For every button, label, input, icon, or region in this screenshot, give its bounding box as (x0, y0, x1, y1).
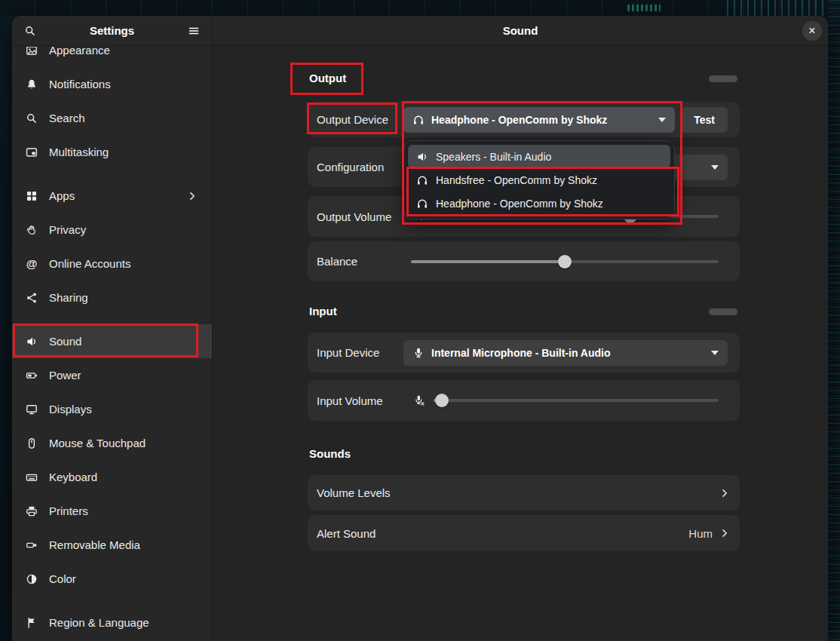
sidebar-item-color[interactable]: Color (12, 562, 212, 596)
speaker-icon (416, 151, 428, 163)
input-device-label: Input Device (317, 346, 379, 359)
sidebar: Settings Appearance Notifications (12, 16, 213, 641)
sidebar-item-sound[interactable]: Sound (12, 324, 212, 358)
desktop-wallpaper-top (0, 0, 840, 16)
alert-sound-value: Hum (688, 527, 713, 540)
chevron-down-icon (711, 351, 719, 355)
sidebar-item-apps[interactable]: Apps (12, 179, 212, 213)
microphone-muted-icon (413, 394, 425, 406)
input-section-heading: Input (309, 304, 337, 319)
input-device-value: Internal Microphone - Built-in Audio (431, 347, 610, 359)
sidebar-item-multitasking[interactable]: Multitasking (12, 135, 212, 169)
page-title: Sound (213, 16, 828, 46)
sidebar-item-region-language[interactable]: Region & Language (12, 606, 212, 639)
input-volume-row: Input Volume (308, 380, 740, 421)
chevron-right-icon (719, 487, 731, 499)
battery-icon (26, 370, 38, 382)
dropdown-item-handsfree[interactable]: Handsfree - OpenComm by Shokz (408, 168, 670, 192)
bell-icon (26, 78, 38, 90)
sidebar-item-power[interactable]: Power (12, 358, 212, 392)
main-headerbar: Sound × (213, 16, 828, 46)
sidebar-item-label: Online Accounts (49, 257, 198, 270)
input-volume-slider[interactable] (434, 399, 719, 402)
sidebar-item-mouse-touchpad[interactable]: Mouse & Touchpad (12, 426, 212, 460)
search-button[interactable] (20, 20, 41, 41)
dropdown-item-label: Handsfree - OpenComm by Shokz (436, 174, 597, 186)
output-device-label: Output Device (317, 113, 388, 126)
hamburger-menu-icon (188, 25, 200, 37)
sounds-section-heading: Sounds (309, 446, 351, 462)
close-button[interactable]: × (802, 21, 822, 41)
sidebar-title: Settings (41, 24, 183, 37)
sidebar-item-label: Displays (49, 403, 198, 416)
dropdown-item-label: Headphone - OpenComm by Shokz (436, 198, 603, 210)
volume-levels-row[interactable]: Volume Levels (308, 475, 740, 511)
test-button[interactable]: Test (681, 107, 728, 133)
output-device-dropdown-menu: Speakers - Built-in Audio Handsfree - Op… (403, 140, 675, 219)
sidebar-item-online-accounts[interactable]: @ Online Accounts (12, 247, 212, 281)
headphones-icon (412, 114, 425, 126)
headphones-icon (416, 198, 428, 210)
sidebar-item-search[interactable]: Search (12, 101, 212, 135)
sidebar-item-sharing[interactable]: Sharing (12, 281, 212, 314)
desktop: Settings Appearance Notifications (0, 0, 840, 641)
speaker-icon (26, 336, 38, 348)
balance-slider-handle[interactable] (558, 255, 572, 268)
desktop-wallpaper-circuit (727, 0, 840, 16)
sidebar-item-label: Appearance (49, 47, 198, 57)
dropdown-item-speakers[interactable]: Speakers - Built-in Audio (408, 145, 670, 168)
sidebar-item-label: Printers (49, 505, 198, 517)
output-volume-label: Output Volume (317, 210, 391, 223)
input-device-row: Input Device Internal Microphone - Built… (308, 333, 740, 373)
sidebar-item-displays[interactable]: Displays (12, 392, 212, 426)
balance-label: Balance (317, 255, 357, 268)
sidebar-item-removable-media[interactable]: Removable Media (12, 528, 212, 562)
chevron-right-icon (719, 527, 731, 539)
output-section-heading: Output (309, 71, 346, 86)
microphone-icon (412, 347, 425, 359)
dropdown-item-label: Speakers - Built-in Audio (436, 151, 551, 163)
chevron-down-icon (658, 118, 666, 122)
apps-grid-icon (26, 190, 38, 202)
volume-levels-label: Volume Levels (317, 486, 391, 499)
flag-icon (26, 617, 38, 629)
desktop-wallpaper-right (828, 0, 840, 641)
sidebar-item-label: Notifications (49, 78, 198, 90)
alert-sound-row[interactable]: Alert Sound Hum (308, 515, 740, 551)
sidebar-item-keyboard[interactable]: Keyboard (12, 460, 212, 494)
dropdown-item-headphone[interactable]: Headphone - OpenComm by Shokz (408, 192, 670, 215)
sidebar-item-label: Apps (49, 189, 175, 202)
color-icon (26, 573, 38, 585)
sidebar-item-label: Region & Language (49, 616, 198, 629)
input-level-indicator (709, 308, 737, 315)
at-icon: @ (26, 258, 38, 270)
sidebar-item-printers[interactable]: Printers (12, 494, 212, 528)
sound-panel: Sound × Output Output Device Headphone -… (213, 16, 828, 641)
output-device-value: Headphone - OpenComm by Shokz (431, 114, 607, 126)
sidebar-item-privacy[interactable]: Privacy (12, 213, 212, 247)
input-device-dropdown-button[interactable]: Internal Microphone - Built-in Audio (403, 340, 728, 366)
input-volume-label: Input Volume (317, 394, 383, 407)
monitor-icon (26, 403, 38, 416)
sidebar-item-label: Search (49, 112, 198, 124)
sidebar-item-label: Power (49, 369, 198, 382)
balance-slider[interactable] (411, 260, 719, 263)
sidebar-item-appearance[interactable]: Appearance (12, 47, 212, 67)
sidebar-nav: Appearance Notifications Search Multitas… (12, 47, 212, 641)
sidebar-item-label: Sound (49, 335, 198, 348)
chevron-right-icon (186, 190, 198, 202)
output-device-dropdown-button[interactable]: Headphone - OpenComm by Shokz (403, 107, 675, 133)
sidebar-item-label: Keyboard (49, 471, 198, 483)
sidebar-item-label: Removable Media (49, 538, 198, 551)
sidebar-item-label: Sharing (49, 291, 198, 304)
sidebar-item-label: Color (49, 572, 198, 585)
sidebar-item-notifications[interactable]: Notifications (12, 67, 212, 101)
input-volume-slider-handle[interactable] (435, 394, 449, 407)
settings-window: Settings Appearance Notifications (12, 16, 828, 641)
multitasking-icon (26, 146, 38, 158)
main-menu-button[interactable] (183, 20, 204, 41)
alert-sound-label: Alert Sound (317, 527, 376, 540)
sidebar-item-label: Multitasking (49, 146, 198, 158)
share-icon (26, 292, 38, 304)
slider-fill (411, 260, 565, 263)
